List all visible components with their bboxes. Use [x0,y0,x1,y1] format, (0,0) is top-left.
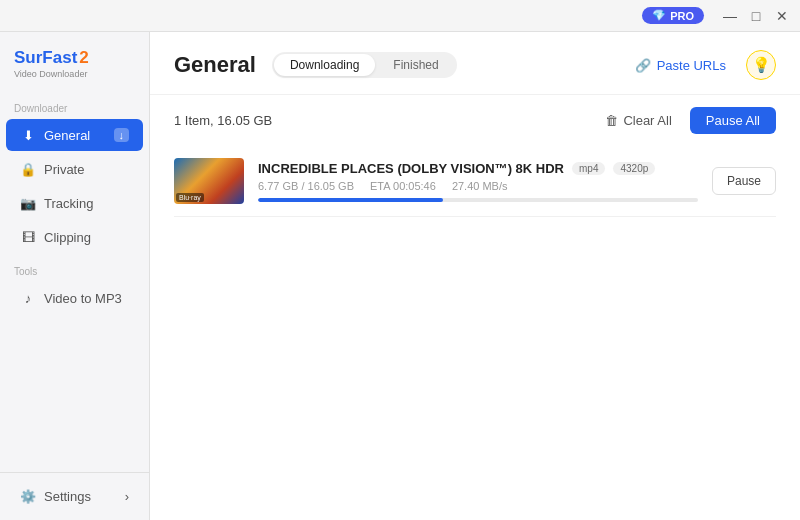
tab-group: Downloading Finished [272,52,457,78]
paste-urls-button[interactable]: 🔗 Paste URLs [627,54,734,77]
speed: 27.40 MB/s [452,180,508,192]
sidebar-item-clipping[interactable]: 🎞 Clipping [6,221,143,253]
sidebar-footer: ⚙️ Settings › [0,472,149,520]
window-controls: — □ ✕ [720,6,792,26]
items-count: 1 Item, 16.05 GB [174,113,272,128]
thumbnail: Blu·ray [174,158,244,204]
sidebar-item-private[interactable]: 🔒 Private [6,153,143,185]
download-info: INCREDIBLE PLACES (DOLBY VISION™) 8K HDR… [258,161,698,202]
progress-bar-bg [258,198,698,202]
progress-bar-fill [258,198,443,202]
sidebar-item-general[interactable]: ⬇ General ↓ [6,119,143,151]
gear-icon: ⚙️ [20,489,36,504]
sidebar-logo: SurFast2 Video Downloader [0,32,149,91]
minimize-button[interactable]: — [720,6,740,26]
sidebar-item-tracking[interactable]: 📷 Tracking [6,187,143,219]
page-title: General [174,52,256,78]
link-icon: 🔗 [635,58,651,73]
settings-item[interactable]: ⚙️ Settings › [6,481,143,512]
toolbar-right: 🗑 Clear All Pause All [597,107,776,134]
tab-downloading[interactable]: Downloading [274,54,375,76]
app-body: SurFast2 Video Downloader Downloader ⬇ G… [0,32,800,520]
format-tag: mp4 [572,162,605,175]
progress-size: 6.77 GB / 16.05 GB [258,180,354,192]
toolbar: 1 Item, 16.05 GB 🗑 Clear All Pause All [150,95,800,146]
trash-icon: 🗑 [605,113,618,128]
eta: ETA 00:05:46 [370,180,436,192]
logo-sub: Video Downloader [14,69,135,79]
sidebar: SurFast2 Video Downloader Downloader ⬇ G… [0,32,150,520]
bulb-icon: 💡 [752,56,771,74]
general-badge: ↓ [114,128,130,142]
music-icon: ♪ [20,290,36,306]
chevron-right-icon: › [125,489,129,504]
clear-all-button[interactable]: 🗑 Clear All [597,109,679,132]
pro-label: PRO [670,10,694,22]
pro-badge-button[interactable]: 💎 PRO [642,7,704,24]
sidebar-item-video-to-mp3[interactable]: ♪ Video to MP3 [6,282,143,314]
settings-left: ⚙️ Settings [20,489,91,504]
section-label-downloader: Downloader [0,91,149,118]
titlebar: 💎 PRO — □ ✕ [0,0,800,32]
logo-2: 2 [79,48,88,68]
camera-icon: 📷 [20,195,36,211]
clear-all-label: Clear All [623,113,671,128]
close-button[interactable]: ✕ [772,6,792,26]
sidebar-item-private-label: Private [44,162,84,177]
table-row: Blu·ray INCREDIBLE PLACES (DOLBY VISION™… [174,146,776,217]
maximize-button[interactable]: □ [746,6,766,26]
download-title: INCREDIBLE PLACES (DOLBY VISION™) 8K HDR… [258,161,698,176]
download-title-text: INCREDIBLE PLACES (DOLBY VISION™) 8K HDR [258,161,564,176]
bulb-button[interactable]: 💡 [746,50,776,80]
film-icon: 🎞 [20,229,36,245]
section-label-tools: Tools [0,254,149,281]
main-header: General Downloading Finished 🔗 Paste URL… [150,32,800,95]
logo-surfast: SurFast [14,48,77,68]
settings-label: Settings [44,489,91,504]
sidebar-item-mp3-label: Video to MP3 [44,291,122,306]
download-icon: ⬇ [20,127,36,143]
pause-button[interactable]: Pause [712,167,776,195]
lock-icon: 🔒 [20,161,36,177]
main-content: General Downloading Finished 🔗 Paste URL… [150,32,800,520]
paste-urls-label: Paste URLs [657,58,726,73]
download-list: Blu·ray INCREDIBLE PLACES (DOLBY VISION™… [150,146,800,520]
header-actions: 🔗 Paste URLs 💡 [627,50,776,80]
quality-tag: 4320p [613,162,655,175]
thumbnail-label: Blu·ray [176,193,204,202]
logo-text: SurFast2 [14,48,135,68]
pause-all-button[interactable]: Pause All [690,107,776,134]
sidebar-item-clipping-label: Clipping [44,230,91,245]
pro-diamond-icon: 💎 [652,9,666,22]
sidebar-item-general-label: General [44,128,90,143]
download-meta: 6.77 GB / 16.05 GB ETA 00:05:46 27.40 MB… [258,180,698,192]
tab-finished[interactable]: Finished [377,54,454,76]
sidebar-item-tracking-label: Tracking [44,196,93,211]
